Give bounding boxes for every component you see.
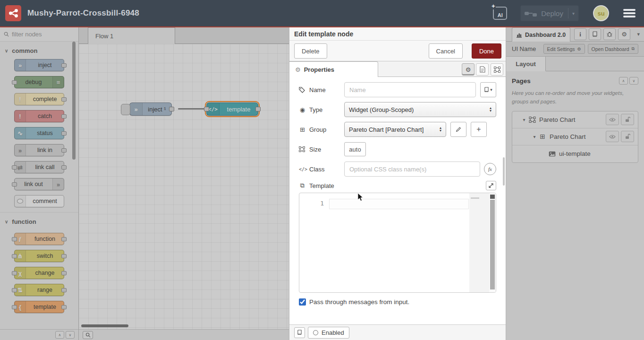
sidebar-subtabs: Layout [506,57,644,71]
passthrough-checkbox[interactable] [299,298,306,306]
node-enabled-toggle[interactable]: Enabled [308,327,349,339]
collapse-all-button[interactable]: ∧ [619,77,628,85]
tag-icon [299,87,306,93]
debug-icon: ≡ [52,76,64,88]
workspace-grid[interactable]: » inject ¹ </> template [79,44,289,329]
user-avatar[interactable]: su [593,5,609,21]
lock-button[interactable] [621,114,634,125]
palette-node-template[interactable]: { template [14,301,64,313]
editor-expand-button[interactable] [486,181,496,190]
editor-scrollbar[interactable] [489,193,496,292]
tray-scrollbar[interactable] [503,157,505,186]
cancel-button[interactable]: Cancel [429,43,463,59]
sidebar-menu-caret[interactable]: ▾ [637,31,640,37]
expand-all-button[interactable]: ∨ [629,77,638,85]
ui-template-node-selected[interactable]: </> template [206,102,258,116]
class-expression-button[interactable]: fx [484,163,496,175]
expand-icon [489,183,493,188]
caret-down-icon: ▾ [490,87,492,92]
palette-node-catch[interactable]: ! catch [14,110,64,122]
group-select[interactable]: Pareto Chart [Pareto Chart] ▴▾ [344,122,446,137]
palette-category-function[interactable]: ∨ function [0,212,78,233]
config-tab-button[interactable]: ⚙ [618,28,630,40]
flow-workspace[interactable]: Flow 1 » inject ¹ </> template [79,27,289,340]
description-tab-button[interactable] [476,63,489,76]
visibility-button[interactable] [606,114,619,125]
palette-node-inject[interactable]: » inject [14,59,64,71]
layout-hint-text: Here you can re-order and move your widg… [512,89,638,106]
group-table-icon: ⊞ [538,133,547,140]
deploy-caret-icon[interactable]: ▾ [572,11,575,16]
add-group-button[interactable]: + [471,122,487,137]
canvas-search-button[interactable] [83,331,93,339]
tree-row-widget[interactable]: ui-template [512,145,638,162]
flow-tab[interactable]: Flow 1 [88,27,175,44]
appearance-tab-button[interactable] [491,63,503,76]
done-button[interactable]: Done [472,43,501,59]
palette-node-complete[interactable]: ! complete [14,93,64,105]
tree-chevron-icon[interactable]: ▾ [521,117,527,122]
ai-assistant-button[interactable]: ✦ AI [493,7,507,20]
bar-chart-icon [516,32,522,38]
name-input[interactable] [344,82,476,97]
palette-node-debug[interactable]: ≡ debug [14,76,64,88]
properties-tab-button[interactable]: ⚙ [462,63,475,76]
tab-layout[interactable]: Layout [506,57,546,71]
palette-node-link-call[interactable]: ⇄ link call [14,161,64,173]
sidebar-tabbar: Dashboard 2.0 i ⚙ ▾ [506,27,644,42]
palette-node-switch[interactable]: ⋔ switch [14,250,64,262]
output-port[interactable] [169,107,174,111]
edit-group-button[interactable] [450,122,466,137]
edit-settings-button[interactable]: Edit Settings ⚙ [543,44,585,54]
lock-button[interactable] [621,131,634,142]
frame-icon [494,67,500,73]
tree-chevron-icon[interactable]: ▾ [531,134,538,139]
name-library-button[interactable]: ▾ [480,82,496,97]
palette-search-placeholder: filter nodes [12,31,42,38]
deploy-button[interactable]: Deploy ▾ [520,5,579,21]
open-dashboard-button[interactable]: Open Dashboard ⧉ [588,44,638,54]
type-select[interactable]: Widget (Group-Scoped) ▴▾ [344,102,496,117]
inject-trigger-button[interactable] [121,104,130,115]
palette-node-function[interactable]: ƒ function [14,233,64,245]
palette-node-status[interactable]: ∿ status [14,127,64,139]
chevron-down-icon: ∨ [5,219,8,224]
tray-title: Edit template node [289,27,506,41]
size-auto-button[interactable]: auto [344,142,366,156]
passthrough-row: Pass through messages from input. [299,298,496,306]
canvas-horizontal-scrollbar[interactable] [81,324,128,327]
tab-properties[interactable]: ⚙ Properties [289,61,378,77]
select-arrows-icon: ▴▾ [440,127,441,132]
palette-node-range[interactable]: ⇅ range [14,284,64,296]
project-title: Mushy-Parrot-Crossbill-6948 [27,8,139,18]
palette-node-link-in[interactable]: » link in [14,144,64,156]
palette-node-comment[interactable]: comment [14,195,64,207]
palette-scrollbar[interactable] [72,42,76,160]
help-tab-button[interactable] [589,28,601,40]
template-code-editor[interactable]: 1 [299,193,496,293]
input-port[interactable] [204,107,209,111]
input-port [12,288,17,292]
inject-node[interactable]: » inject ¹ [129,102,172,116]
main-menu-button[interactable] [623,9,636,17]
tree-row-group[interactable]: ▾ ⊞ Pareto Chart [512,128,638,145]
debug-tab-button[interactable] [603,28,616,40]
tree-row-page[interactable]: ▾ Pareto Chart [512,111,638,128]
delete-button[interactable]: Delete [294,43,327,59]
palette-collapse-all-button[interactable]: ∧ [55,331,64,339]
class-input[interactable] [344,162,480,177]
palette-expand-all-button[interactable]: ∨ [66,331,75,339]
palette-search-input[interactable]: filter nodes [0,27,78,42]
library-button[interactable] [294,327,305,338]
palette-category-common[interactable]: ∨ common [0,42,78,59]
palette-node-change[interactable]: χ change [14,267,64,279]
visibility-button[interactable] [606,131,619,142]
output-port[interactable] [255,107,261,111]
palette-node-link-out[interactable]: » link out [14,178,64,190]
input-port [12,254,17,258]
edit-template-node-tray: Edit template node Delete Cancel Done ⚙ … [289,27,506,340]
info-tab-button[interactable]: i [574,28,586,40]
input-port [12,305,17,309]
tab-dashboard-2[interactable]: Dashboard 2.0 [512,27,570,42]
exclamation-icon: ! [15,94,26,105]
